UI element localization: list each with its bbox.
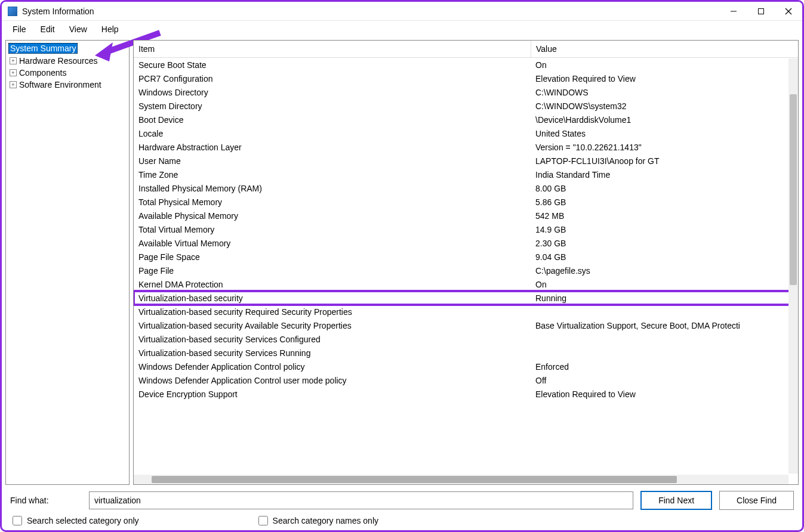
menu-edit[interactable]: Edit — [35, 23, 61, 36]
cell-value: \Device\HarddiskVolume1 — [531, 113, 798, 126]
table-row[interactable]: Device Encryption SupportElevation Requi… — [134, 387, 798, 401]
cell-value: C:\WINDOWS\system32 — [531, 99, 798, 113]
titlebar: System Information — [2, 2, 802, 21]
cell-item: Kernel DMA Protection — [134, 277, 531, 291]
table-row[interactable]: Windows Defender Application Control pol… — [134, 360, 798, 373]
cell-item: Virtualization-based security Available … — [134, 318, 531, 332]
tree-item-label: Components — [18, 68, 67, 78]
svg-rect-1 — [759, 8, 764, 14]
cell-value: Running — [531, 291, 798, 305]
cell-value — [531, 346, 798, 360]
cell-item: PCR7 Configuration — [134, 72, 531, 85]
horizontal-scrollbar[interactable] — [134, 475, 788, 484]
find-next-button[interactable]: Find Next — [640, 491, 712, 510]
cell-item: Windows Defender Application Control pol… — [134, 360, 531, 373]
table-row[interactable]: Virtualization-based securityRunning — [134, 291, 798, 305]
table-row[interactable]: Windows DirectoryC:\WINDOWS — [134, 85, 798, 99]
table-row[interactable]: Hardware Abstraction LayerVersion = "10.… — [134, 140, 798, 154]
tree-item-label: Hardware Resources — [18, 56, 99, 66]
cell-item: Available Physical Memory — [134, 209, 531, 222]
category-tree[interactable]: System Summary+Hardware Resources+Compon… — [5, 40, 130, 485]
table-row[interactable]: Windows Defender Application Control use… — [134, 373, 798, 387]
cell-item: Virtualization-based security — [134, 291, 531, 305]
expand-icon[interactable]: + — [10, 57, 17, 64]
table-row[interactable]: Page File Space9.04 GB — [134, 250, 798, 264]
table-row[interactable]: Boot Device\Device\HarddiskVolume1 — [134, 113, 798, 126]
minimize-button[interactable] — [720, 2, 747, 21]
table-row[interactable]: Total Physical Memory5.86 GB — [134, 195, 798, 209]
tree-item-software-environment[interactable]: +Software Environment — [8, 79, 127, 91]
cell-value: On — [531, 58, 798, 72]
cell-item: Virtualization-based security Services C… — [134, 332, 531, 346]
cell-item: User Name — [134, 154, 531, 168]
cell-value: Version = "10.0.22621.1413" — [531, 140, 798, 154]
cell-item: Total Virtual Memory — [134, 222, 531, 236]
cell-item: Page File Space — [134, 250, 531, 264]
table-row[interactable]: Virtualization-based security Available … — [134, 318, 798, 332]
expand-icon[interactable]: + — [10, 69, 17, 76]
table-row[interactable]: Total Virtual Memory14.9 GB — [134, 222, 798, 236]
table-row[interactable]: Page FileC:\pagefile.sys — [134, 264, 798, 277]
table-row[interactable]: Available Physical Memory542 MB — [134, 209, 798, 222]
tree-item-label: System Summary — [8, 43, 78, 54]
cell-item: Windows Directory — [134, 85, 531, 99]
search-selected-checkbox[interactable]: Search selected category only — [13, 516, 139, 525]
cell-value: 8.00 GB — [531, 181, 798, 195]
cell-item: Device Encryption Support — [134, 387, 531, 401]
close-icon — [785, 8, 792, 15]
search-names-checkbox-input[interactable] — [258, 516, 268, 525]
cell-value: LAPTOP-FCL1UI3I\Anoop for GT — [531, 154, 798, 168]
table-row[interactable]: Installed Physical Memory (RAM)8.00 GB — [134, 181, 798, 195]
table-row[interactable]: Secure Boot StateOn — [134, 58, 798, 72]
cell-value: 9.04 GB — [531, 250, 798, 264]
close-find-button[interactable]: Close Find — [719, 491, 794, 510]
cell-item: Installed Physical Memory (RAM) — [134, 181, 531, 195]
cell-item: Locale — [134, 126, 531, 140]
search-names-checkbox[interactable]: Search category names only — [258, 516, 378, 525]
search-names-label: Search category names only — [273, 516, 378, 525]
tree-item-label: Software Environment — [18, 80, 103, 89]
cell-value: Off — [531, 373, 798, 387]
vertical-scrollbar[interactable] — [788, 58, 798, 474]
table-row[interactable]: Virtualization-based security Required S… — [134, 305, 798, 318]
cell-value — [531, 332, 798, 346]
window-title: System Information — [22, 7, 94, 16]
table-row[interactable]: Virtualization-based security Services C… — [134, 332, 798, 346]
column-header-item[interactable]: Item — [134, 41, 531, 57]
table-header: Item Value — [134, 41, 798, 58]
close-button[interactable] — [775, 2, 802, 21]
table-row[interactable]: PCR7 ConfigurationElevation Required to … — [134, 72, 798, 85]
table-row[interactable]: LocaleUnited States — [134, 126, 798, 140]
table-row[interactable]: Virtualization-based security Services R… — [134, 346, 798, 360]
cell-value: 2.30 GB — [531, 236, 798, 250]
table-row[interactable]: Available Virtual Memory2.30 GB — [134, 236, 798, 250]
expand-icon[interactable]: + — [10, 81, 17, 88]
app-icon — [8, 7, 17, 16]
cell-item: Windows Defender Application Control use… — [134, 373, 531, 387]
search-selected-checkbox-input[interactable] — [13, 516, 22, 525]
cell-value: Elevation Required to View — [531, 387, 798, 401]
tree-item-hardware-resources[interactable]: +Hardware Resources — [8, 55, 127, 67]
cell-item: Virtualization-based security Services R… — [134, 346, 531, 360]
table-row[interactable]: Kernel DMA ProtectionOn — [134, 277, 798, 291]
cell-item: Virtualization-based security Required S… — [134, 305, 531, 318]
table-row[interactable]: Time ZoneIndia Standard Time — [134, 168, 798, 181]
find-input[interactable] — [89, 491, 633, 509]
cell-value: 5.86 GB — [531, 195, 798, 209]
menu-file[interactable]: File — [7, 23, 32, 36]
menu-help[interactable]: Help — [96, 23, 125, 36]
menu-view[interactable]: View — [63, 23, 93, 36]
table-scroll[interactable]: Item Value Secure Boot StateOnPCR7 Confi… — [134, 41, 798, 484]
tree-item-system-summary[interactable]: System Summary — [8, 42, 127, 55]
content-area: System Summary+Hardware Resources+Compon… — [2, 38, 802, 485]
tree-item-components[interactable]: +Components — [8, 67, 127, 79]
table-row[interactable]: User NameLAPTOP-FCL1UI3I\Anoop for GT — [134, 154, 798, 168]
table-row[interactable]: System DirectoryC:\WINDOWS\system32 — [134, 99, 798, 113]
column-header-value[interactable]: Value — [531, 41, 798, 57]
cell-value: Enforced — [531, 360, 798, 373]
minimize-icon — [730, 8, 737, 15]
cell-value: C:\WINDOWS — [531, 85, 798, 99]
cell-item: Hardware Abstraction Layer — [134, 140, 531, 154]
maximize-button[interactable] — [747, 2, 775, 21]
cell-value: Base Virtualization Support, Secure Boot… — [531, 318, 798, 332]
